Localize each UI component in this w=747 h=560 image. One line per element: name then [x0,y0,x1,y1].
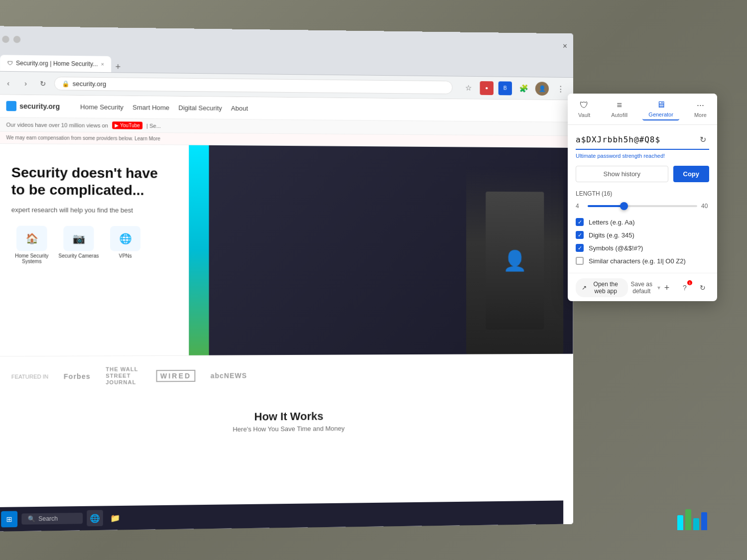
youtube-icon: ▶ YouTube [112,121,142,129]
strength-text: Ultimate password strength reached! [576,153,709,159]
symbols-checkbox[interactable]: ✓ [576,244,584,252]
similar-checkbox[interactable]: ✓ [576,257,584,265]
generator-label: Generator [648,112,673,117]
forward-button[interactable]: › [19,77,32,90]
open-web-app-icon: ↗ [582,284,587,291]
back-button[interactable]: ‹ [2,77,14,89]
window-controls [2,36,20,43]
hero-video: 👤 [189,145,573,355]
site-nav-links: Home Security Smart Home Digital Securit… [80,103,248,112]
logo-text: security.org [19,102,60,111]
taskbar-search[interactable]: 🔍 Search [21,513,83,525]
taskbar-browser-icon[interactable]: 🌐 [87,510,103,526]
category-cameras[interactable]: 📷 Security Cameras [58,226,99,264]
autofill-icon: ≡ [617,100,622,111]
popup-tab-generator[interactable]: 🖥 Generator [642,98,679,120]
digits-label: Digits (e.g. 345) [589,231,634,239]
new-tab-button[interactable]: + [115,62,121,72]
wsj-logo: THE WALL STREET JOURNAL [106,366,141,386]
start-button[interactable]: ⊞ [1,511,17,528]
show-history-button[interactable]: Show history [576,166,668,182]
bitwarden-blue-icon[interactable]: B [498,81,512,95]
cameras-icon: 📷 [63,226,94,251]
reload-button[interactable]: ↻ [37,77,49,90]
check-icon: ✓ [578,232,582,238]
letters-label: Letters (e.g. Aa) [589,219,635,226]
profile-avatar[interactable]: 👤 [535,82,549,96]
eq-bar-4 [701,512,707,530]
add-button[interactable]: + [660,281,673,294]
more-label: More [694,112,707,118]
popup-tab-autofill[interactable]: ≡ Autofill [605,98,633,120]
abc-logo: abcNEWS [210,371,247,379]
extensions-icon[interactable]: 🧩 [517,81,530,95]
equalizer-icon [677,509,707,530]
hero-subtitle: expert research will help you find the b… [11,206,174,214]
save-default-button[interactable]: Save as default [628,281,655,295]
generator-icon: 🖥 [656,100,665,110]
help-button[interactable]: ? 1 [678,281,691,294]
browser-tab[interactable]: 🛡 Security.org | Home Security... × [0,55,111,72]
symbols-label: Symbols (@&$!#?) [589,244,643,252]
slider-container[interactable] [588,201,697,211]
nav-smart-home[interactable]: Smart Home [132,104,169,112]
more-icon: ··· [697,100,704,111]
category-cards: 🏠 Home Security Systems 📷 Security Camer… [11,226,174,264]
disclaimer-text: We may earn compensation from some provi… [6,135,160,141]
minimize-button[interactable] [2,36,9,43]
autofill-label: Autofill [611,112,627,118]
option-symbols: ✓ Symbols (@&$!#?) [576,244,709,252]
action-row: Show history Copy [576,166,709,182]
bookmark-icon[interactable]: ☆ [461,81,475,95]
vault-label: Vault [578,112,590,118]
sync-button[interactable]: ↻ [696,281,709,294]
nav-home-security[interactable]: Home Security [80,103,124,111]
vpns-label: VPNs [119,253,132,259]
slider-row: 4 40 [576,201,709,211]
nav-about[interactable]: About [231,104,248,112]
options-section: ✓ Letters (e.g. Aa) ✓ Digits (e.g. 345) … [576,218,709,265]
slider-min: 4 [576,203,584,210]
notification-badge: 1 [687,280,692,285]
address-box[interactable]: 🔒 security.org [54,77,453,94]
length-label: LENGTH (16) [576,190,709,197]
hero-title: Security doesn't have to be complicated.… [11,164,174,199]
featured-in-label: FEATURED IN [11,373,48,380]
bottom-right-logo [677,509,707,530]
tab-close-icon[interactable]: × [101,61,105,67]
toolbar-icons: ☆ ● B 🧩 👤 ⋮ [461,81,567,96]
close-button[interactable]: × [563,42,567,51]
maximize-button[interactable] [13,36,20,43]
letters-checkbox[interactable]: ✓ [576,218,584,226]
copy-button[interactable]: Copy [673,166,710,182]
nav-digital-security[interactable]: Digital Security [178,104,222,112]
category-home[interactable]: 🏠 Home Security Systems [11,226,52,264]
monitor: × 🛡 Security.org | Home Security... × + … [0,26,573,531]
option-letters: ✓ Letters (e.g. Aa) [576,218,709,226]
refresh-password-button[interactable]: ↻ [696,133,709,146]
footer-icons: + ? 1 ↻ [660,281,709,294]
footer-right: Save as default ▾ [628,281,660,295]
how-subtitle: Here's How You Save Time and Money [11,423,559,435]
slider-thumb[interactable] [620,202,628,210]
open-web-app-button[interactable]: ↗ Open the web app [576,278,628,297]
bitwarden-red-icon[interactable]: ● [480,81,494,95]
search-placeholder: Search [38,515,58,523]
option-similar: ✓ Similar characters (e.g. 1l| O0 Z2) [576,257,709,265]
how-title: How It Works [11,408,559,425]
digits-checkbox[interactable]: ✓ [576,231,584,239]
popup-tab-vault[interactable]: 🛡 Vault [572,98,596,120]
slider-max: 40 [701,203,709,210]
vault-icon: 🛡 [580,100,589,111]
vpns-icon: 🌐 [110,226,140,251]
category-vpns[interactable]: 🌐 VPNs [105,226,145,264]
taskbar-folder-icon[interactable]: 📁 [107,510,124,526]
popup-header: 🛡 Vault ≡ Autofill 🖥 Generator ··· More [568,94,717,125]
forbes-logo: Forbes [64,372,91,380]
slider-track [588,205,697,207]
popup-footer: ↗ Open the web app Save as default ▾ + ?… [568,273,717,301]
eq-bar-1 [677,515,683,530]
popup-tab-more[interactable]: ··· More [688,98,713,120]
eq-bar-3 [693,518,699,530]
menu-icon[interactable]: ⋮ [554,82,567,96]
